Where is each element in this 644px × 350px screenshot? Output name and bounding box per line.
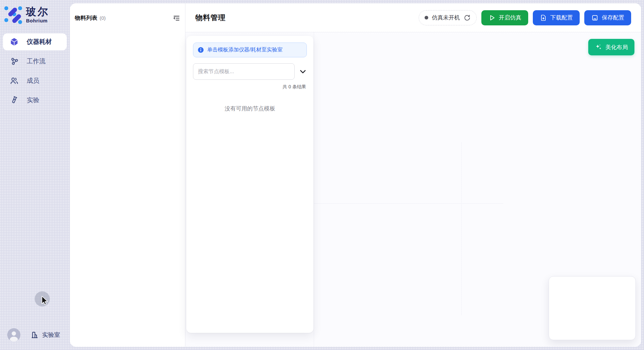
start-simulation-button[interactable]: 开启仿真 [481, 10, 528, 25]
beautify-layout-label: 美化布局 [605, 44, 628, 51]
simulation-status-pill: 仿真未开机 [419, 10, 477, 25]
sidebar-item-label: 成员 [27, 76, 39, 85]
sidebar-item-members[interactable]: 成员 [3, 72, 67, 89]
building-icon [30, 331, 39, 339]
info-icon [198, 47, 204, 53]
sidebar-item-experiments[interactable]: 实验 [3, 92, 67, 109]
beautify-layout-button[interactable]: 美化布局 [588, 39, 634, 55]
chevron-down-icon[interactable] [299, 68, 307, 75]
node-template-panel: 单击模板添加仪器/耗材至实验室 共 0 条结果 没有可用的节点模板 [186, 36, 313, 333]
sidebar-item-instruments[interactable]: 仪器耗材 [3, 33, 67, 50]
save-config-button[interactable]: 保存配置 [584, 10, 631, 25]
topbar: 物料管理 仿真未开机 [185, 3, 641, 32]
lab-entry-label: 实验室 [42, 331, 60, 339]
download-config-label: 下载配置 [550, 14, 573, 21]
info-banner: 单击模板添加仪器/耗材至实验室 [193, 43, 307, 57]
status-dot [425, 16, 428, 19]
start-simulation-label: 开启仿真 [499, 14, 521, 21]
search-input[interactable] [193, 63, 295, 80]
sidebar-item-label: 实验 [27, 96, 39, 104]
layout-canvas[interactable]: 单击模板添加仪器/耗材至实验室 共 0 条结果 没有可用的节点模板 [185, 32, 641, 347]
materials-list-title: 物料列表 [75, 14, 97, 22]
play-icon [488, 14, 496, 21]
lab-entry[interactable]: 实验室 [30, 331, 60, 339]
sidebar: 玻尔 Bohrium 仪器耗材 工作流 [0, 0, 70, 350]
file-download-icon [540, 14, 547, 21]
main-area: 物料管理 仿真未开机 [185, 3, 641, 347]
sidebar-item-label: 仪器耗材 [27, 38, 52, 46]
canvas-guide-line [314, 203, 503, 204]
save-icon [591, 14, 598, 21]
topbar-actions: 仿真未开机 开启仿真 [419, 10, 631, 25]
cube-icon [10, 37, 19, 46]
brand-name-en: Bohrium [26, 18, 49, 23]
members-icon [10, 76, 19, 85]
app-window: 玻尔 Bohrium 仪器耗材 工作流 [0, 0, 644, 350]
empty-templates-text: 没有可用的节点模板 [193, 105, 307, 112]
simulation-status-label: 仿真未开机 [432, 14, 460, 21]
collapse-panel-icon[interactable] [173, 15, 180, 22]
canvas-guide-line [461, 142, 462, 315]
page-title: 物料管理 [195, 13, 226, 23]
brand-text: 玻尔 Bohrium [26, 5, 49, 23]
materials-list-count: (0) [100, 15, 106, 21]
sidebar-item-workflow[interactable]: 工作流 [3, 53, 67, 70]
info-banner-text: 单击模板添加仪器/耗材至实验室 [207, 46, 282, 53]
save-config-label: 保存配置 [602, 14, 624, 21]
results-count: 共 0 条结果 [193, 84, 307, 90]
brand-name-cn: 玻尔 [26, 6, 49, 18]
download-config-button[interactable]: 下载配置 [533, 10, 580, 25]
materials-list-panel: 物料列表 (0) [70, 3, 185, 347]
sidebar-footer: 实验室 [0, 328, 70, 341]
workflow-icon [10, 57, 19, 66]
brand-logo[interactable]: 玻尔 Bohrium [0, 0, 70, 25]
materials-list-header: 物料列表 (0) [70, 3, 185, 22]
minimap[interactable] [549, 276, 636, 340]
refresh-icon[interactable] [464, 14, 471, 21]
sidebar-item-label: 工作流 [27, 57, 46, 66]
template-search-row [193, 63, 307, 80]
test-tube-icon [10, 96, 19, 105]
content-card: 物料列表 (0) 物料管理 仿真未开机 [70, 3, 641, 347]
bohrium-logo-icon [3, 5, 23, 25]
sparkles-icon [595, 44, 602, 51]
user-avatar[interactable] [7, 328, 20, 341]
canvas-guide-line [314, 32, 314, 347]
sidebar-nav: 仪器耗材 工作流 成员 [0, 33, 70, 109]
